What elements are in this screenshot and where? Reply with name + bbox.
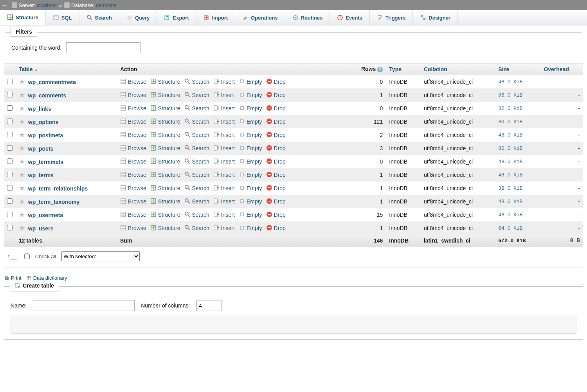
table-name-link[interactable]: wp_options bbox=[28, 119, 59, 125]
row-checkbox[interactable] bbox=[7, 119, 13, 124]
structure-link[interactable]: Structure bbox=[150, 198, 180, 205]
tab-routines[interactable]: Routines bbox=[285, 10, 330, 25]
insert-link[interactable]: Insert bbox=[213, 105, 235, 112]
search-link[interactable]: Search bbox=[184, 105, 209, 112]
structure-link[interactable]: Structure bbox=[150, 92, 180, 99]
tab-export[interactable]: Export bbox=[157, 10, 196, 25]
empty-link[interactable]: Empty bbox=[239, 171, 262, 179]
help-icon[interactable]: ? bbox=[377, 67, 383, 72]
col-type[interactable]: Type bbox=[386, 63, 421, 75]
insert-link[interactable]: Insert bbox=[213, 198, 235, 205]
structure-link[interactable]: Structure bbox=[150, 211, 180, 219]
favorite-star[interactable]: ★ bbox=[19, 211, 25, 219]
search-link[interactable]: Search bbox=[184, 158, 209, 165]
browse-link[interactable]: Browse bbox=[120, 105, 146, 112]
back-button[interactable]: ← bbox=[2, 1, 9, 9]
favorite-star[interactable]: ★ bbox=[19, 104, 25, 112]
insert-link[interactable]: Insert bbox=[213, 185, 235, 192]
row-checkbox[interactable] bbox=[7, 225, 13, 230]
insert-link[interactable]: Insert bbox=[213, 158, 235, 165]
tab-events[interactable]: Events bbox=[330, 10, 370, 25]
database-link[interactable]: demosite bbox=[96, 2, 117, 8]
create-name-input[interactable] bbox=[33, 300, 135, 311]
empty-link[interactable]: Empty bbox=[239, 105, 262, 112]
col-size[interactable]: Size bbox=[495, 63, 540, 75]
favorite-star[interactable]: ★ bbox=[19, 131, 25, 139]
row-checkbox[interactable] bbox=[7, 79, 13, 84]
drop-link[interactable]: Drop bbox=[266, 185, 286, 192]
col-table[interactable]: Table▲ bbox=[16, 63, 117, 75]
browse-link[interactable]: Browse bbox=[120, 118, 146, 126]
table-name-link[interactable]: wp_postmeta bbox=[28, 132, 63, 138]
empty-link[interactable]: Empty bbox=[239, 198, 262, 205]
empty-link[interactable]: Empty bbox=[239, 211, 262, 219]
empty-link[interactable]: Empty bbox=[239, 225, 262, 232]
favorite-star[interactable]: ★ bbox=[19, 224, 25, 232]
drop-link[interactable]: Drop bbox=[266, 158, 286, 165]
insert-link[interactable]: Insert bbox=[213, 171, 235, 179]
tab-query[interactable]: Query bbox=[119, 10, 157, 25]
favorite-star[interactable]: ★ bbox=[19, 171, 25, 179]
row-checkbox[interactable] bbox=[7, 185, 13, 191]
server-link[interactable]: localhost bbox=[37, 2, 57, 8]
structure-link[interactable]: Structure bbox=[150, 145, 180, 152]
search-link[interactable]: Search bbox=[184, 171, 209, 179]
table-name-link[interactable]: wp_commentmeta bbox=[28, 79, 76, 85]
drop-link[interactable]: Drop bbox=[266, 118, 286, 126]
drop-link[interactable]: Drop bbox=[266, 145, 286, 152]
table-name-link[interactable]: wp_usermeta bbox=[28, 212, 63, 218]
check-all-checkbox[interactable] bbox=[24, 254, 30, 259]
insert-link[interactable]: Insert bbox=[213, 131, 235, 139]
favorite-star[interactable]: ★ bbox=[19, 158, 25, 165]
drop-link[interactable]: Drop bbox=[266, 225, 286, 232]
browse-link[interactable]: Browse bbox=[120, 171, 146, 179]
search-link[interactable]: Search bbox=[184, 145, 209, 152]
empty-link[interactable]: Empty bbox=[239, 78, 262, 86]
with-selected-select[interactable]: With selected: bbox=[61, 251, 140, 261]
drop-link[interactable]: Drop bbox=[266, 211, 286, 219]
drop-link[interactable]: Drop bbox=[266, 105, 286, 112]
insert-link[interactable]: Insert bbox=[213, 211, 235, 219]
row-checkbox[interactable] bbox=[7, 145, 13, 151]
table-name-link[interactable]: wp_term_relationships bbox=[28, 185, 88, 192]
browse-link[interactable]: Browse bbox=[120, 131, 146, 139]
row-checkbox[interactable] bbox=[7, 132, 13, 137]
structure-link[interactable]: Structure bbox=[150, 185, 180, 192]
empty-link[interactable]: Empty bbox=[239, 131, 262, 139]
tab-designer[interactable]: Designer bbox=[413, 10, 458, 25]
structure-link[interactable]: Structure bbox=[150, 171, 180, 179]
row-checkbox[interactable] bbox=[7, 198, 13, 204]
check-all-link[interactable]: Check all bbox=[35, 254, 56, 259]
empty-link[interactable]: Empty bbox=[239, 185, 262, 192]
drop-link[interactable]: Drop bbox=[266, 171, 286, 179]
structure-link[interactable]: Structure bbox=[150, 131, 180, 139]
structure-link[interactable]: Structure bbox=[150, 118, 180, 126]
drop-link[interactable]: Drop bbox=[266, 78, 286, 86]
structure-link[interactable]: Structure bbox=[150, 225, 180, 232]
favorite-star[interactable]: ★ bbox=[19, 144, 25, 152]
drop-link[interactable]: Drop bbox=[266, 198, 286, 205]
empty-link[interactable]: Empty bbox=[239, 145, 262, 152]
search-link[interactable]: Search bbox=[184, 198, 209, 205]
favorite-star[interactable]: ★ bbox=[19, 91, 25, 99]
table-name-link[interactable]: wp_users bbox=[28, 225, 54, 232]
row-checkbox[interactable] bbox=[7, 92, 13, 97]
tab-sql[interactable]: SQL bbox=[46, 10, 79, 25]
favorite-star[interactable]: ★ bbox=[19, 198, 25, 205]
browse-link[interactable]: Browse bbox=[120, 211, 146, 219]
empty-link[interactable]: Empty bbox=[239, 118, 262, 126]
row-checkbox[interactable] bbox=[7, 105, 13, 111]
table-name-link[interactable]: wp_comments bbox=[28, 92, 66, 99]
tab-structure[interactable]: Structure bbox=[0, 10, 46, 25]
col-rows[interactable]: Rows? bbox=[348, 63, 386, 75]
search-link[interactable]: Search bbox=[184, 92, 209, 99]
search-link[interactable]: Search bbox=[184, 78, 209, 86]
col-collation[interactable]: Collation bbox=[421, 63, 495, 75]
favorite-star[interactable]: ★ bbox=[19, 78, 25, 86]
drop-link[interactable]: Drop bbox=[266, 92, 286, 99]
structure-link[interactable]: Structure bbox=[150, 78, 180, 86]
browse-link[interactable]: Browse bbox=[120, 185, 146, 192]
insert-link[interactable]: Insert bbox=[213, 118, 235, 126]
insert-link[interactable]: Insert bbox=[213, 225, 235, 232]
tab-import[interactable]: Import bbox=[196, 10, 235, 25]
